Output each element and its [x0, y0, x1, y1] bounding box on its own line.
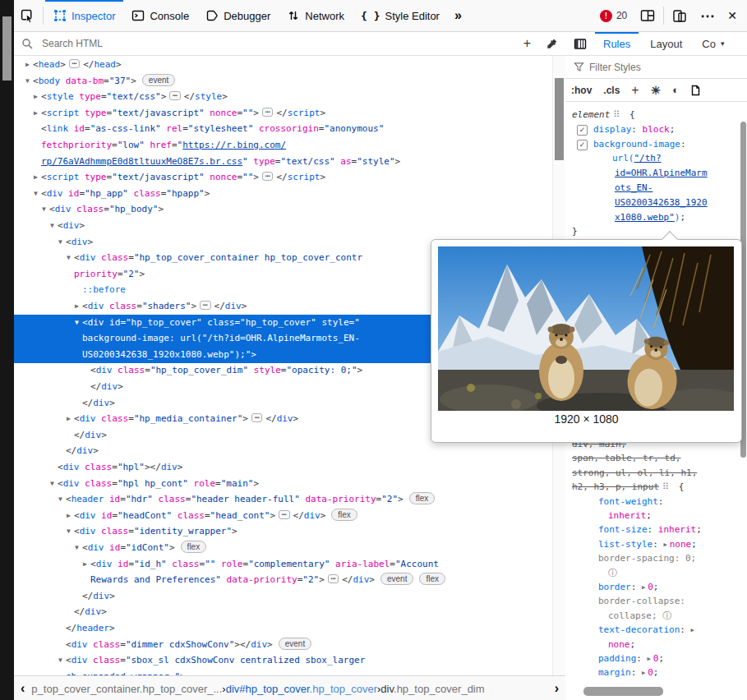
css-rule-line[interactable]: x1080.webp");: [615, 211, 685, 223]
tree-row[interactable]: <div class="dimmer cdxShowConv"></div>ev…: [14, 637, 552, 653]
tab-inspector[interactable]: Inspector: [45, 0, 123, 31]
search-input[interactable]: [40, 37, 516, 50]
expand-arrow-icon[interactable]: ▶: [22, 57, 33, 73]
css-rule-line[interactable]: margin: ▶0;: [598, 666, 658, 679]
css-rule-line[interactable]: border-collapse:: [598, 595, 685, 607]
add-node-button[interactable]: +: [516, 36, 538, 51]
tree-row[interactable]: ▶<style type="text/css">⋯</style>: [14, 89, 552, 105]
flex-badge[interactable]: flex: [409, 492, 436, 504]
tree-row[interactable]: ▼<div>: [14, 218, 552, 234]
page-scrollbar-thumb[interactable]: [2, 16, 12, 81]
css-rule-line[interactable]: none;: [608, 638, 635, 651]
ellipsis-expander[interactable]: ⋯: [262, 108, 273, 117]
ellipsis-expander[interactable]: ⋯: [169, 91, 180, 100]
css-rule-line[interactable]: font-weight:: [598, 495, 663, 508]
event-badge[interactable]: event: [142, 74, 175, 86]
css-rule-line[interactable]: border-spacing: 0;: [598, 552, 696, 564]
tree-row[interactable]: </header>: [14, 620, 552, 637]
rules-hscrollbar-thumb[interactable]: [583, 687, 663, 696]
breadcrumb-item-container[interactable]: p_top_cover_container.hp_top_cover_...: [31, 683, 222, 695]
ellipsis-expander[interactable]: ⋯: [251, 413, 262, 422]
tab-computed[interactable]: Co: [692, 32, 717, 55]
breadcrumb-item-dim[interactable]: div.hp_top_cover_dim: [380, 683, 484, 695]
collapse-arrow-icon[interactable]: ▼: [63, 523, 74, 540]
tree-row[interactable]: </div>: [14, 604, 552, 620]
css-rule-line[interactable]: background-image:: [593, 138, 686, 150]
collapse-arrow-icon[interactable]: ▼: [47, 218, 58, 234]
tree-scrollbar-thumb[interactable]: [555, 78, 564, 160]
tab-debugger[interactable]: Debugger: [197, 0, 279, 31]
tree-row[interactable]: </div>: [14, 443, 552, 459]
breadcrumb-scroll-left[interactable]: ‹: [14, 681, 31, 696]
tree-row[interactable]: ▶<head>⋯</head>: [14, 57, 552, 73]
collapse-arrow-icon[interactable]: ▼: [47, 476, 58, 492]
collapse-arrow-icon[interactable]: ▼: [22, 73, 33, 90]
tree-row[interactable]: ▼<div class="identity_wrapper">: [14, 523, 552, 540]
css-rule-line[interactable]: font-size: inherit;: [598, 523, 702, 536]
tree-row[interactable]: sb_expanded_wrapper_">: [14, 669, 552, 675]
tree-row[interactable]: <link id="as-css-link" rel="stylesheet" …: [14, 121, 552, 137]
filter-styles-bar[interactable]: Filter Styles: [565, 56, 747, 79]
collapse-arrow-icon[interactable]: ▼: [39, 201, 49, 218]
tree-row[interactable]: ▶<script type="text/javascript" nonce=""…: [14, 169, 552, 186]
split-console-button[interactable]: [634, 0, 662, 31]
css-rule-line[interactable]: inherit;: [608, 509, 652, 522]
ellipsis-expander[interactable]: ⋯: [279, 510, 289, 519]
tree-row[interactable]: <div class="hpl"></div>: [14, 459, 552, 476]
ellipsis-expander[interactable]: ⋯: [328, 574, 339, 583]
css-rule-line[interactable]: strong, ul, ol, li, h1,: [572, 467, 697, 479]
light-theme-icon[interactable]: ☀: [645, 84, 667, 97]
tree-row[interactable]: ▼<div class="hpl hp_cont" role="main">: [14, 476, 552, 492]
eyedropper-button[interactable]: [538, 38, 565, 50]
ellipsis-expander[interactable]: ⋯: [69, 59, 80, 68]
css-rule-line[interactable]: list-style: ▶none;: [598, 538, 697, 551]
tree-row[interactable]: ▶<script type="text/javascript" nonce=""…: [14, 105, 552, 122]
tab-layout[interactable]: Layout: [640, 32, 692, 55]
more-tabs-button[interactable]: »: [448, 0, 468, 31]
flex-badge[interactable]: flex: [331, 509, 357, 521]
class-toggle[interactable]: .cls: [597, 85, 625, 96]
collapse-arrow-icon[interactable]: ▼: [30, 186, 41, 202]
expand-arrow-icon[interactable]: ▶: [30, 169, 41, 186]
tab-rules[interactable]: Rules: [593, 32, 640, 55]
css-rule-line[interactable]: url("/th?: [612, 152, 662, 164]
pseudo-class-toggle[interactable]: :hov: [565, 85, 597, 96]
flex-badge[interactable]: flex: [419, 573, 445, 585]
sidebar-tabs-overflow[interactable]: ▾: [717, 32, 728, 55]
expand-arrow-icon[interactable]: ▶: [80, 556, 90, 573]
meatball-menu-button[interactable]: ⋯: [694, 0, 721, 31]
error-badge-icon[interactable]: !: [600, 10, 612, 22]
css-rule-line[interactable]: display: block;: [593, 123, 675, 136]
collapse-arrow-icon[interactable]: ▼: [55, 652, 66, 669]
css-rule-line[interactable]: id=OHR.AlpineMarm: [615, 167, 708, 179]
css-rule-line[interactable]: border: ▶0;: [598, 581, 658, 594]
expand-arrow-icon[interactable]: ▶: [63, 411, 74, 427]
tree-row[interactable]: fetchpriority="low" href="https://r.bing…: [14, 137, 552, 154]
property-enabled-checkbox[interactable]: ✓: [577, 140, 588, 150]
property-enabled-checkbox[interactable]: ✓: [577, 125, 588, 136]
sidebar-collapse-button[interactable]: [565, 32, 593, 55]
close-devtools-button[interactable]: ✕: [721, 0, 747, 31]
expand-arrow-icon[interactable]: ▶: [30, 89, 41, 105]
event-badge[interactable]: event: [279, 638, 311, 650]
expand-arrow-icon[interactable]: ▶: [63, 508, 74, 524]
tree-row[interactable]: ▶<div id="id_h" class="" role="complemen…: [14, 556, 552, 573]
breadcrumb-scroll-right[interactable]: ›: [548, 681, 565, 696]
tree-row[interactable]: ▼<div class="sbox_sl cdxShowConv central…: [14, 652, 552, 669]
tree-row[interactable]: rp/76aVAdhmmpE0d8tltuuxMeO8E7s.br.css" t…: [14, 154, 552, 170]
error-count[interactable]: 20: [616, 10, 627, 21]
breadcrumb-item-selected[interactable]: div#hp_top_cover.hp_top_cover: [226, 683, 377, 695]
collapse-arrow-icon[interactable]: ▼: [71, 315, 82, 331]
expand-arrow-icon[interactable]: ▶: [30, 105, 41, 122]
css-rule-line[interactable]: ots_EN-: [615, 182, 652, 194]
tab-network[interactable]: Network: [279, 0, 353, 31]
tab-style-editor[interactable]: { } Style Editor: [353, 0, 448, 31]
print-simulation-button[interactable]: [685, 85, 707, 96]
ellipsis-expander[interactable]: ⋯: [262, 172, 273, 181]
tree-row[interactable]: Rewards and Preferences" data-priority="…: [14, 572, 552, 588]
css-rule-line[interactable]: padding: ▶0;: [598, 652, 664, 665]
collapse-arrow-icon[interactable]: ▼: [55, 491, 66, 508]
responsive-design-button[interactable]: [666, 0, 694, 31]
css-rule-line[interactable]: h2, h3, p, input⠿ {: [572, 481, 684, 493]
collapse-arrow-icon[interactable]: ▼: [63, 250, 74, 266]
